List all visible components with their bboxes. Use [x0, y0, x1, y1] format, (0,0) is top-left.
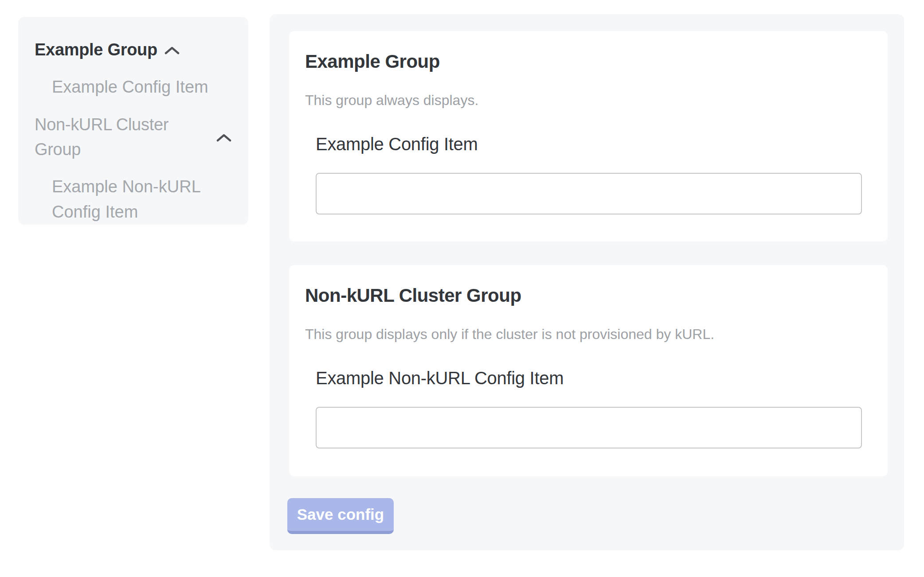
- sidebar-group-label: Example Group: [35, 37, 157, 62]
- config-item: Example Non-kURL Config Item: [316, 367, 863, 448]
- config-main-panel: Example Group This group always displays…: [270, 14, 904, 550]
- group-description: This group displays only if the cluster …: [305, 324, 863, 344]
- config-item-label: Example Config Item: [316, 133, 863, 155]
- config-item: Example Config Item: [316, 133, 863, 214]
- group-title: Example Group: [305, 51, 863, 73]
- config-group-card-non-kurl-cluster-group: Non-kURL Cluster Group This group displa…: [289, 265, 888, 476]
- config-item-input-example-config-item[interactable]: [316, 173, 862, 214]
- config-nav-sidebar: Example Group Example Config Item Non-kU…: [18, 17, 248, 225]
- sidebar-group-non-kurl-cluster-group[interactable]: Non-kURL Cluster Group: [35, 112, 231, 162]
- group-title: Non-kURL Cluster Group: [305, 285, 863, 307]
- config-page: Example Group Example Config Item Non-kU…: [0, 0, 924, 577]
- chevron-up-icon[interactable]: [216, 134, 231, 142]
- sidebar-group-example-group[interactable]: Example Group: [35, 37, 231, 62]
- sidebar-group-label: Non-kURL Cluster Group: [35, 112, 209, 162]
- save-config-button[interactable]: Save config: [287, 498, 394, 534]
- config-item-input-example-non-kurl-config-item[interactable]: [316, 407, 862, 448]
- group-description: This group always displays.: [305, 90, 863, 110]
- sidebar-item-example-config-item[interactable]: Example Config Item: [52, 74, 231, 100]
- config-item-label: Example Non-kURL Config Item: [316, 367, 863, 389]
- chevron-up-icon[interactable]: [164, 47, 180, 55]
- config-group-card-example-group: Example Group This group always displays…: [289, 31, 888, 242]
- sidebar-item-example-non-kurl-config-item[interactable]: Example Non-kURL Config Item: [52, 174, 231, 225]
